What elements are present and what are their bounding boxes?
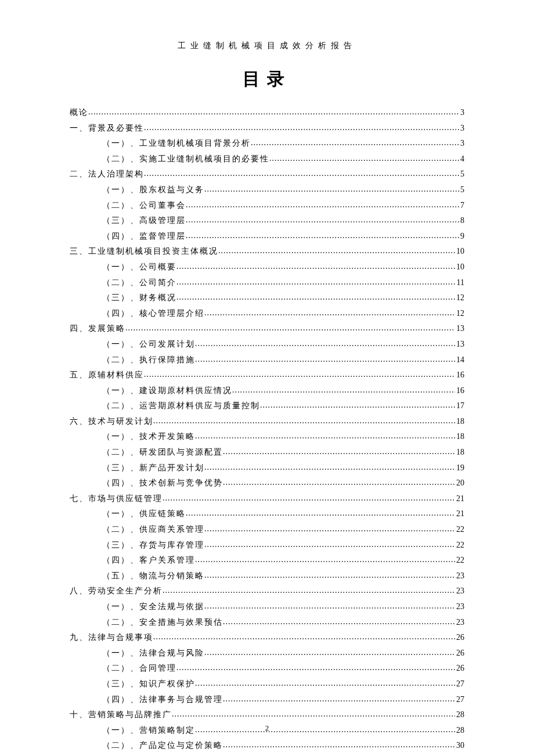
toc-dots (204, 460, 455, 476)
toc-entry: （二）、执行保障措施14 (70, 352, 464, 368)
toc-entry-label: （四）、核心管理层介绍 (102, 306, 204, 322)
toc-entry-page: 22 (455, 538, 464, 553)
toc-entry-page: 5 (459, 167, 464, 182)
toc-entry-page: 26 (455, 661, 464, 676)
toc-entry: （四）、核心管理层介绍12 (70, 306, 464, 322)
toc-entry-label: （二）、安全措施与效果预估 (102, 615, 223, 631)
toc-entry: 七、市场与供应链管理21 (70, 491, 464, 507)
toc-dots (176, 290, 455, 305)
toc-entry: 二、法人治理架构5 (70, 167, 464, 182)
toc-entry-page: 3 (459, 105, 464, 121)
toc-entry: （二）、合同管理26 (70, 661, 464, 676)
toc-entry-page: 28 (455, 707, 464, 723)
toc-entry-page: 23 (455, 599, 464, 615)
toc-entry-label: 四、发展策略 (70, 321, 125, 337)
toc-entry-label: （五）、物流与分销策略 (102, 568, 204, 584)
toc-dots (172, 707, 455, 722)
toc-entry: （一）、工业缝制机械项目背景分析3 (70, 136, 464, 152)
toc-dots (204, 599, 455, 614)
toc-entry-label: 一、背景及必要性 (70, 121, 144, 136)
toc-entry: 八、劳动安全生产分析23 (70, 584, 464, 599)
toc-dots (218, 243, 455, 259)
toc-entry-page: 22 (455, 553, 464, 568)
toc-dots (186, 197, 459, 213)
toc-entry-page: 9 (459, 229, 464, 244)
toc-entry-page: 12 (455, 290, 464, 306)
toc-entry: 四、发展策略13 (70, 321, 464, 337)
toc-entry-label: 五、原辅材料供应 (70, 368, 144, 383)
toc-container: 概论3一、背景及必要性3（一）、工业缝制机械项目背景分析3（二）、实施工业缝制机… (70, 105, 464, 754)
toc-entry-page: 18 (455, 414, 464, 430)
toc-entry-page: 23 (455, 615, 464, 631)
toc-entry-label: （二）、运营期原材料供应与质量控制 (102, 398, 260, 414)
toc-entry-label: （二）、执行保障措施 (102, 352, 195, 368)
toc-dots (223, 475, 455, 491)
toc-entry-page: 22 (455, 522, 464, 538)
toc-entry: （一）、建设期原材料供应情况16 (70, 383, 464, 399)
toc-dots (186, 228, 459, 244)
toc-entry: （一）、法律合规与风险26 (70, 646, 464, 661)
toc-title: 目录 (70, 67, 464, 91)
toc-entry-page: 16 (455, 383, 464, 399)
toc-entry: 五、原辅材料供应16 (70, 368, 464, 383)
toc-dots (204, 521, 455, 537)
toc-dots (204, 645, 455, 661)
toc-entry-label: （三）、财务概况 (102, 290, 176, 306)
toc-dots (204, 568, 455, 584)
toc-dots (195, 552, 455, 568)
toc-entry-label: 二、法人治理架构 (70, 167, 144, 182)
toc-dots (204, 305, 455, 321)
toc-entry-label: （二）、合同管理 (102, 661, 176, 676)
toc-dots (195, 336, 455, 352)
toc-entry-page: 20 (455, 476, 464, 491)
toc-entry: （一）、股东权益与义务5 (70, 182, 464, 198)
toc-entry-label: 概论 (70, 105, 88, 121)
toc-entry-label: （一）、公司发展计划 (102, 337, 195, 352)
toc-dots (125, 321, 455, 336)
toc-entry-label: （四）、技术创新与竞争优势 (102, 476, 223, 491)
toc-dots (260, 398, 455, 413)
toc-entry: （二）、安全措施与效果预估23 (70, 615, 464, 631)
toc-entry-label: （三）、高级管理层 (102, 213, 186, 229)
toc-entry-page: 27 (455, 676, 464, 692)
toc-dots (144, 120, 459, 136)
toc-entry: （一）、技术开发策略18 (70, 429, 464, 445)
toc-entry: 十、营销策略与品牌推广28 (70, 707, 464, 723)
toc-dots (269, 151, 459, 167)
toc-entry: （三）、财务概况12 (70, 290, 464, 306)
toc-dots (153, 413, 455, 429)
toc-entry-label: （一）、建设期原材料供应情况 (102, 383, 232, 399)
toc-entry-label: （三）、新产品开发计划 (102, 460, 204, 476)
toc-entry: （一）、供应链策略21 (70, 506, 464, 522)
toc-entry-page: 13 (455, 337, 464, 352)
toc-entry-page: 12 (455, 306, 464, 322)
toc-entry-page: 23 (455, 584, 464, 599)
toc-dots (251, 135, 459, 151)
toc-dots (223, 614, 455, 630)
toc-entry-page: 16 (455, 368, 464, 383)
toc-entry-page: 5 (459, 182, 464, 198)
toc-entry-label: 八、劳动安全生产分析 (70, 584, 163, 599)
toc-entry: （二）、研发团队与资源配置18 (70, 445, 464, 460)
toc-entry-label: （一）、法律合规与风险 (102, 646, 204, 661)
toc-entry: （二）、实施工业缝制机械项目的必要性4 (70, 152, 464, 167)
page-number: 2 (0, 723, 534, 733)
toc-dots (88, 105, 459, 120)
toc-entry-label: （一）、供应链策略 (102, 506, 186, 522)
toc-dots (204, 537, 455, 553)
toc-dots (176, 275, 456, 290)
toc-entry: （二）、供应商关系管理22 (70, 522, 464, 538)
toc-entry-page: 19 (455, 460, 464, 476)
toc-entry-label: （一）、工业缝制机械项目背景分析 (102, 136, 251, 152)
toc-dots (163, 491, 455, 506)
toc-entry-label: （四）、监督管理层 (102, 229, 186, 244)
toc-entry-page: 30 (455, 738, 464, 754)
document-header: 工业缝制机械项目成效分析报告 (70, 41, 464, 51)
toc-entry-page: 7 (459, 198, 464, 214)
toc-entry: 一、背景及必要性3 (70, 121, 464, 136)
toc-entry-page: 21 (455, 506, 464, 522)
toc-entry: （二）、公司简介11 (70, 275, 464, 291)
toc-entry: 概论3 (70, 105, 464, 121)
toc-entry-page: 13 (455, 321, 464, 337)
toc-entry-page: 10 (455, 260, 464, 275)
